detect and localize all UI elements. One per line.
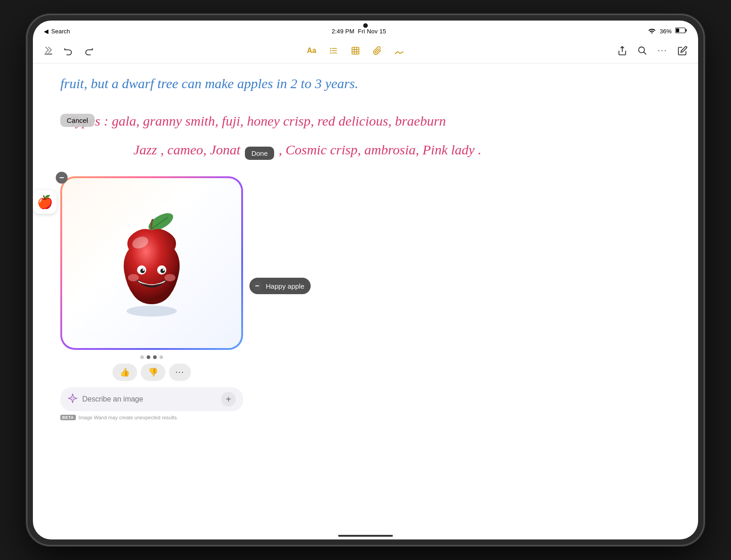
svg-rect-2 [676,29,679,32]
checklist-button[interactable] [327,44,340,57]
status-left: ◀ Search [44,28,70,35]
search-label[interactable]: Search [51,28,70,35]
compose-button[interactable] [676,44,689,57]
dots-indicator [60,355,243,359]
ipad-frame: ◀ Search 2:49 PM Fri Nov 15 36% [27,15,704,545]
note-content: fruit, but a dwarf tree can make apples … [33,63,698,539]
redo-button[interactable] [82,44,95,57]
beta-notice: BETA Image Wand may create unexpected re… [60,415,243,420]
undo-button[interactable] [62,44,75,57]
svg-point-27 [72,397,74,399]
find-button[interactable] [636,44,649,57]
image-wand-inner [62,178,241,348]
dot-1 [140,355,144,359]
add-image-button[interactable]: + [221,392,236,407]
svg-point-26 [127,306,177,317]
happy-apple-text: Happy apple [266,282,304,290]
image-remove-button[interactable]: − [56,172,68,184]
dot-4 [159,355,163,359]
camera-notch [363,23,368,28]
note-types-line2b: , Cosmic crisp, ambrosia, Pink lady . [279,139,482,161]
image-wand-section: − 🍎 − Happy apple 👍 � [60,176,243,420]
handwritten-line-blue: fruit, but a dwarf tree can make apples … [60,73,671,104]
thumbs-up-button[interactable]: 👍 [112,364,137,381]
cancel-button[interactable]: Cancel [60,114,95,127]
svg-rect-1 [686,29,687,32]
ipad-screen: ◀ Search 2:49 PM Fri Nov 15 36% [33,21,698,539]
types-line2: Jazz , cameo, Jonat Done , Cosmic crisp,… [65,139,671,165]
describe-container: + [60,387,243,411]
svg-line-14 [644,52,646,54]
svg-point-21 [160,269,165,273]
toolbar: Aa [33,38,698,63]
collapse-button[interactable] [42,44,55,57]
table-button[interactable] [349,44,362,57]
svg-point-22 [143,269,144,271]
battery-icon [675,27,687,35]
toolbar-right: ··· [616,44,689,57]
action-buttons: 👍 👎 ··· [60,364,243,381]
dot-3 [153,355,157,359]
chevron-icon: ◀ [44,28,48,35]
apple-illustration [101,204,202,322]
handwritten-types: Cancel Types : gala, granny smith, fuji,… [60,110,671,165]
toolbar-left [42,44,95,57]
dot-2 [147,355,150,359]
toolbar-center: Aa [305,44,406,57]
more-button[interactable]: ··· [656,44,669,57]
svg-rect-7 [352,47,359,54]
attach-button[interactable] [371,44,384,57]
image-wand-frame [60,176,243,350]
more-options-button[interactable]: ··· [169,364,191,381]
home-indicator [338,535,393,537]
note-text-blue: fruit, but a dwarf tree can make apples … [60,73,358,95]
status-right: 36% [648,27,687,35]
share-button[interactable] [616,44,629,57]
beta-badge: BETA [60,415,76,420]
beta-text: Image Wand may create unexpected results… [79,415,178,420]
apple-emoji-box: 🍎 [33,190,57,214]
svg-point-13 [639,47,645,53]
draw-button[interactable] [393,44,406,57]
note-types-line2: Jazz , cameo, Jonat [133,139,240,161]
svg-point-20 [140,269,145,273]
describe-input[interactable] [82,395,221,403]
done-button[interactable]: Done [245,147,274,160]
wand-sparkle-icon [68,393,78,406]
svg-point-25 [164,274,175,281]
wifi-icon [648,27,656,35]
cancel-done-row: Cancel Types : gala, granny smith, fuji,… [60,110,671,137]
status-time: 2:49 PM Fri Nov 15 [332,28,386,35]
svg-point-24 [128,274,139,281]
happy-apple-label: − Happy apple [249,278,311,294]
thumbs-down-button[interactable]: 👎 [141,364,165,381]
note-types-line1: Types : gala, granny smith, fuji, honey … [69,110,446,132]
label-minus-icon[interactable]: − [252,281,262,291]
format-button[interactable]: Aa [305,44,318,57]
battery-level: 36% [660,28,672,35]
svg-point-23 [163,269,164,271]
